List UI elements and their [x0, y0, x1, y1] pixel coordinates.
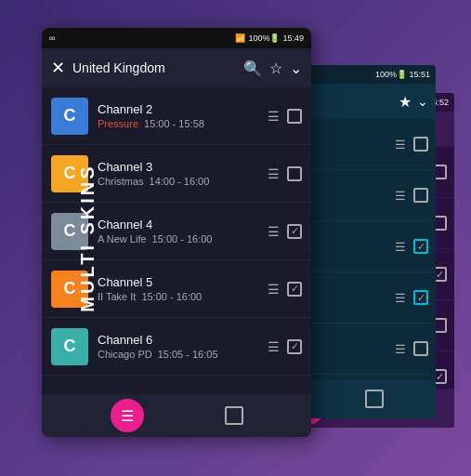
channel-6-show: Chicago PD: [98, 349, 152, 360]
channel-2-actions: ☰: [268, 109, 302, 124]
channel-2-name: Channel 2: [98, 102, 262, 116]
channel-6-name: Channel 6: [98, 333, 262, 347]
channel-4-time: 15:00 - 16:00: [152, 233, 213, 245]
panel2-menu-icon-2: ☰: [395, 189, 406, 203]
channel-6-avatar: C: [51, 328, 88, 365]
channel-3-actions: ☰: [268, 166, 302, 181]
channel-2-time: 15:00 - 15:58: [144, 118, 204, 129]
channel-6-info: Channel 6 Chicago PD 15:05 - 16:05: [98, 333, 262, 360]
panel2-checkbox-5[interactable]: [413, 341, 428, 356]
multi-skins-label: MULTI SKINS: [77, 164, 98, 311]
channel-5-show: II Take It: [98, 291, 136, 302]
panel2-menu-icon-3: ☰: [395, 240, 406, 254]
panel2-menu-icon-5: ☰: [395, 342, 406, 356]
fab-icon: ☰: [121, 407, 134, 425]
signal-icon: 📶: [235, 33, 245, 43]
battery-status: 100%🔋: [248, 33, 280, 43]
status-bar-right: 📶 100%🔋 15:49: [235, 33, 304, 43]
channel-5-checkbox[interactable]: [287, 282, 302, 297]
status-bar-left: ∞: [49, 33, 55, 43]
channel-5-info: Channel 5 II Take It 15:00 - 16:00: [98, 275, 262, 302]
fab-button[interactable]: ☰: [111, 399, 144, 432]
panel2-checkbox-1[interactable]: [413, 137, 428, 152]
channel-5-sub: II Take It 15:00 - 16:00: [98, 291, 262, 302]
panel2-checkbox-2[interactable]: [413, 188, 428, 203]
channel-5-time: 15:00 - 16:00: [141, 291, 202, 302]
channel-3-menu-icon[interactable]: ☰: [268, 166, 280, 181]
channel-6-actions: ☰: [268, 339, 302, 354]
time-display: 15:49: [282, 33, 304, 43]
panel2-checkbox-3[interactable]: [413, 239, 428, 254]
search-icon[interactable]: 🔍: [243, 60, 262, 77]
channel-6-checkbox[interactable]: [287, 339, 302, 354]
channel-2-info: Channel 2 Pressure 15:00 - 15:58: [98, 102, 262, 129]
channel-4-sub: A New Life 15:00 - 16:00: [98, 233, 262, 245]
bottom-checkbox[interactable]: [225, 406, 243, 425]
panel2-menu-icon-4: ☰: [395, 291, 406, 305]
toolbar-title: United Kingdom: [72, 60, 236, 75]
channel-2-show: Pressure: [98, 118, 138, 129]
panel2-menu-icon-1: ☰: [395, 138, 406, 152]
channel-6-sub: Chicago PD 15:05 - 16:05: [98, 349, 262, 360]
channel-2-menu-icon[interactable]: ☰: [268, 109, 280, 124]
channel-5-actions: ☰: [268, 282, 302, 297]
channel-3-time: 14:00 - 16:00: [150, 176, 210, 187]
close-button[interactable]: ✕: [51, 58, 65, 78]
channel-4-checkbox[interactable]: [287, 224, 302, 239]
channel-2-sub: Pressure 15:00 - 15:58: [98, 118, 262, 129]
panel2-checkbox-4[interactable]: [413, 290, 428, 305]
channel-4-menu-icon[interactable]: ☰: [268, 224, 280, 239]
channel-2-avatar: C: [51, 98, 88, 135]
panel2-bottom-checkbox[interactable]: [365, 390, 384, 408]
toolbar: ✕ United Kingdom 🔍 ☆ ⌄: [42, 48, 311, 87]
channel-3-checkbox[interactable]: [287, 166, 302, 181]
status-bar: ∞ 📶 100%🔋 15:49: [42, 28, 311, 48]
channel-4-name: Channel 4: [98, 218, 262, 231]
channel-4-info: Channel 4 A New Life 15:00 - 16:00: [98, 218, 262, 245]
chevron-down-icon[interactable]: ⌄: [290, 60, 302, 77]
channel-6-time: 15:05 - 16:05: [158, 349, 218, 360]
channel-6-menu-icon[interactable]: ☰: [268, 339, 280, 354]
channel-item-6[interactable]: C Channel 6 Chicago PD 15:05 - 16:05 ☰: [42, 318, 311, 376]
star-icon[interactable]: ☆: [269, 60, 282, 77]
panel2-status-text: 100%🔋 15:51: [375, 70, 430, 79]
channel-4-show: A New Life: [98, 233, 147, 245]
channel-5-menu-icon[interactable]: ☰: [268, 282, 280, 297]
panel2-chevron-icon[interactable]: ⌄: [417, 94, 428, 109]
channel-5-name: Channel 5: [98, 275, 262, 289]
channel-3-info: Channel 3 Christmas 14:00 - 16:00: [98, 160, 262, 187]
channel-item-2[interactable]: C Channel 2 Pressure 15:00 - 15:58 ☰: [42, 87, 311, 145]
panel2-star-icon[interactable]: ★: [399, 93, 412, 111]
channel-3-name: Channel 3: [98, 160, 262, 174]
channel-3-sub: Christmas 14:00 - 16:00: [98, 176, 262, 187]
channel-2-checkbox[interactable]: [287, 109, 302, 124]
channel-3-show: Christmas: [98, 176, 144, 187]
bottom-bar: ☰: [42, 394, 311, 437]
channel-4-actions: ☰: [268, 224, 302, 239]
